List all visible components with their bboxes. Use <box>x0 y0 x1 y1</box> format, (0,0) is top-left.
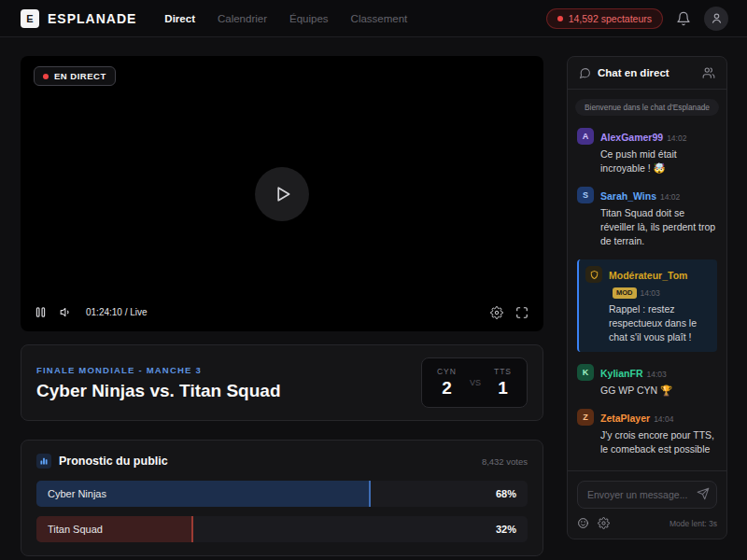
prediction-bar-titan-squad[interactable]: Titan Squad 32% <box>36 516 528 542</box>
user-menu-button[interactable] <box>704 7 728 31</box>
team2-score: 1 <box>494 378 512 399</box>
chat-bubble-icon <box>579 67 591 79</box>
chat-message-moderator: Modérateur_TomMOD14:03 Rappel : restez r… <box>577 259 717 351</box>
bar-chart-icon <box>36 454 51 469</box>
send-button[interactable] <box>697 487 710 500</box>
chat-header: Chat en direct <box>568 57 726 90</box>
player-controls-right <box>490 306 529 319</box>
chat-username[interactable]: AlexGamer99 <box>600 132 663 143</box>
moderator-avatar <box>585 266 602 283</box>
prediction-team-label: Titan Squad <box>48 524 103 535</box>
brand-logo: E <box>21 9 39 28</box>
live-dot-icon <box>557 16 563 21</box>
nav-item-classement[interactable]: Classement <box>351 13 408 24</box>
chat-settings-button[interactable] <box>598 517 610 529</box>
top-bar: E ESPLANADE Direct Calendrier Équipes Cl… <box>0 0 747 37</box>
chat-footer: Mode lent: 3s <box>568 470 726 539</box>
bell-icon <box>676 11 691 26</box>
avatar: K <box>577 364 594 381</box>
chat-messages[interactable]: Bienvenue dans le chat d'Esplanade A Ale… <box>568 90 726 470</box>
avatar: A <box>577 128 594 145</box>
chat-text: Titan Squad doit se réveiller là, ils pe… <box>600 206 717 247</box>
message-body: KylianFR14:03 GG WP CYN 🏆 <box>600 364 672 398</box>
player-settings-button[interactable] <box>490 306 503 319</box>
gear-icon <box>598 517 610 529</box>
prediction-percent: 32% <box>496 524 516 535</box>
shield-icon <box>589 270 599 280</box>
chat-welcome-pill: Bienvenue dans le chat d'Esplanade <box>575 99 719 116</box>
chat-username[interactable]: ZetaPlayer <box>600 413 650 424</box>
team2-score-col: TTS 1 <box>494 367 512 399</box>
brand-name: ESPLANADE <box>48 11 136 26</box>
team1-score: 2 <box>437 378 457 399</box>
chat-timestamp: 14:03 <box>647 370 667 379</box>
match-subtitle: FINALE MONDIALE - MANCHE 3 <box>36 365 281 375</box>
message-body: Modérateur_TomMOD14:03 Rappel : restez r… <box>609 266 710 343</box>
chat-username[interactable]: Modérateur_Tom <box>609 270 687 281</box>
fullscreen-icon <box>515 306 529 319</box>
chat-timestamp: 14:02 <box>667 133 686 143</box>
chat-input-wrap <box>577 481 717 509</box>
notifications-button[interactable] <box>676 11 691 26</box>
main-nav: Direct Calendrier Équipes Classement <box>164 13 407 24</box>
chat-footer-row: Mode lent: 3s <box>577 517 717 529</box>
prediction-team-label: Cyber Ninjas <box>48 488 106 499</box>
player-controls: 01:24:10 / Live <box>21 305 543 331</box>
top-right: 14,592 spectateurs <box>546 7 728 31</box>
chat-text: Rappel : restez respectueux dans le chat… <box>609 302 710 343</box>
match-info: FINALE MONDIALE - MANCHE 3 Cyber Ninjas … <box>36 365 281 401</box>
message-body: AlexGamer9914:02 Ce push mid était incro… <box>600 128 717 175</box>
live-badge-label: EN DIRECT <box>54 71 106 81</box>
chat-message: K KylianFR14:03 GG WP CYN 🏆 <box>577 364 717 398</box>
live-dot-icon <box>43 74 49 79</box>
prediction-percent: 68% <box>496 488 516 499</box>
vs-label: VS <box>470 378 481 387</box>
chat-username[interactable]: Sarah_Wins <box>600 190 656 202</box>
mod-badge: MOD <box>613 287 637 299</box>
chat-users-button[interactable] <box>702 66 715 79</box>
chat-text: Ce push mid était incroyable ! 🤯 <box>600 147 717 175</box>
message-body: Sarah_Wins14:02 Titan Squad doit se réve… <box>600 187 717 247</box>
emoji-button[interactable] <box>577 517 589 529</box>
chat-timestamp: 14:02 <box>660 192 680 202</box>
logo-letter: E <box>26 13 33 24</box>
chat-username[interactable]: KylianFR <box>600 368 643 379</box>
chat-message: Z ZetaPlayer14:04 J'y crois encore pour … <box>577 409 717 455</box>
slow-mode-label: Mode lent: 3s <box>669 519 717 528</box>
score-box: CYN 2 VS TTS 1 <box>421 357 528 408</box>
viewers-badge: 14,592 spectateurs <box>546 8 663 29</box>
chat-timestamp: 14:03 <box>641 288 660 298</box>
users-icon <box>702 66 715 79</box>
pause-button[interactable] <box>34 305 48 319</box>
team1-score-col: CYN 2 <box>437 367 457 399</box>
chat-message: A AlexGamer9914:02 Ce push mid était inc… <box>577 128 717 175</box>
page-content: EN DIRECT 01:24:10 / Live <box>0 37 747 560</box>
video-player[interactable]: EN DIRECT 01:24:10 / Live <box>21 56 543 331</box>
gear-icon <box>490 306 503 319</box>
team1-tag: CYN <box>437 367 457 376</box>
smiley-icon <box>577 517 589 529</box>
message-body: ZetaPlayer14:04 J'y crois encore pour TT… <box>600 409 717 455</box>
main-column: EN DIRECT 01:24:10 / Live <box>21 56 543 539</box>
chat-text: J'y crois encore pour TTS, le comeback e… <box>600 428 717 455</box>
prediction-bar-cyber-ninjas[interactable]: Cyber Ninjas 68% <box>36 481 528 507</box>
user-icon <box>710 11 724 25</box>
match-title: Cyber Ninjas vs. Titan Squad <box>36 381 281 401</box>
nav-item-calendrier[interactable]: Calendrier <box>218 13 267 24</box>
volume-icon <box>59 305 73 319</box>
nav-item-direct[interactable]: Direct <box>164 13 195 24</box>
prediction-card: Pronostic du public 8,432 votes Cyber Ni… <box>21 440 543 556</box>
chat-timestamp: 14:04 <box>654 414 673 424</box>
play-icon <box>270 182 294 206</box>
brand[interactable]: E ESPLANADE <box>21 9 136 28</box>
prediction-votes: 8,432 votes <box>482 456 528 467</box>
viewers-count: 14,592 spectateurs <box>569 13 652 24</box>
volume-button[interactable] <box>59 305 73 319</box>
chat-title: Chat en direct <box>598 67 669 78</box>
prediction-title: Pronostic du public <box>59 455 168 468</box>
play-button[interactable] <box>255 167 309 221</box>
avatar: S <box>577 187 594 203</box>
fullscreen-button[interactable] <box>515 306 529 319</box>
live-badge: EN DIRECT <box>34 66 116 86</box>
nav-item-equipes[interactable]: Équipes <box>289 13 329 24</box>
